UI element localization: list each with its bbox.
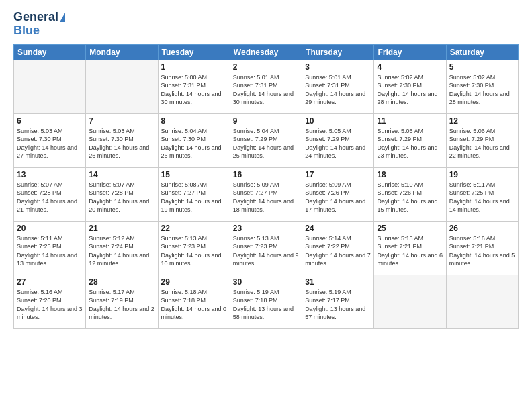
- day-number: 12: [449, 116, 515, 126]
- cell-text: Daylight: 13 hours and 57 minutes.: [305, 305, 371, 322]
- day-number: 15: [161, 170, 227, 179]
- calendar-cell: 15Sunrise: 5:08 AMSunset: 7:27 PMDayligh…: [158, 167, 230, 221]
- logo: General Blue: [13, 11, 65, 38]
- calendar-week-3: 13Sunrise: 5:07 AMSunset: 7:28 PMDayligh…: [14, 167, 519, 221]
- weekday-header-tuesday: Tuesday: [158, 44, 230, 60]
- calendar-cell: 14Sunrise: 5:07 AMSunset: 7:28 PMDayligh…: [86, 167, 158, 221]
- day-number: 28: [89, 277, 154, 287]
- calendar-cell: 16Sunrise: 5:09 AMSunset: 7:27 PMDayligh…: [230, 167, 302, 221]
- cell-text: Sunset: 7:18 PM: [233, 296, 299, 305]
- cell-text: Daylight: 14 hours and 19 minutes.: [161, 197, 227, 214]
- cell-text: Daylight: 14 hours and 7 minutes.: [305, 251, 371, 268]
- cell-text: Sunset: 7:18 PM: [161, 296, 227, 305]
- logo-blue: Blue: [13, 24, 40, 38]
- calendar-cell: 28Sunrise: 5:17 AMSunset: 7:19 PMDayligh…: [86, 275, 158, 328]
- cell-text: Sunset: 7:30 PM: [17, 135, 83, 144]
- day-number: 31: [305, 277, 371, 287]
- calendar-cell: 23Sunrise: 5:13 AMSunset: 7:23 PMDayligh…: [230, 221, 302, 275]
- cell-text: Sunset: 7:22 PM: [305, 242, 371, 251]
- cell-text: Sunset: 7:23 PM: [161, 242, 227, 251]
- cell-text: Sunrise: 5:02 AM: [377, 73, 443, 82]
- calendar-cell: [446, 275, 518, 328]
- day-number: 27: [17, 277, 83, 287]
- day-number: 2: [233, 62, 299, 72]
- weekday-header-sunday: Sunday: [14, 44, 86, 60]
- cell-text: Sunrise: 5:18 AM: [161, 288, 227, 297]
- cell-text: Sunset: 7:20 PM: [17, 296, 83, 305]
- day-number: 25: [377, 224, 443, 233]
- calendar-cell: 9Sunrise: 5:04 AMSunset: 7:29 PMDaylight…: [230, 113, 302, 167]
- day-number: 18: [377, 170, 443, 179]
- cell-text: Sunrise: 5:05 AM: [305, 127, 371, 136]
- cell-text: Daylight: 14 hours and 28 minutes.: [449, 90, 515, 107]
- cell-text: Sunset: 7:31 PM: [161, 81, 227, 90]
- weekday-header-wednesday: Wednesday: [230, 44, 302, 60]
- calendar-week-5: 27Sunrise: 5:16 AMSunset: 7:20 PMDayligh…: [14, 275, 519, 328]
- day-number: 10: [305, 116, 371, 126]
- cell-text: Daylight: 14 hours and 9 minutes.: [233, 251, 299, 268]
- cell-text: Daylight: 14 hours and 28 minutes.: [377, 90, 443, 107]
- cell-text: Sunset: 7:25 PM: [17, 242, 83, 251]
- cell-text: Sunrise: 5:03 AM: [17, 127, 83, 136]
- cell-text: Sunrise: 5:17 AM: [89, 288, 154, 297]
- cell-text: Daylight: 14 hours and 26 minutes.: [161, 144, 227, 161]
- cell-text: Sunset: 7:30 PM: [161, 135, 227, 144]
- cell-text: Sunrise: 5:13 AM: [161, 234, 227, 243]
- calendar-week-1: 1Sunrise: 5:00 AMSunset: 7:31 PMDaylight…: [14, 60, 519, 113]
- day-number: 20: [17, 224, 83, 233]
- calendar-cell: 18Sunrise: 5:10 AMSunset: 7:26 PMDayligh…: [374, 167, 446, 221]
- day-number: 19: [449, 170, 515, 179]
- cell-text: Sunset: 7:29 PM: [449, 135, 515, 144]
- day-number: 9: [233, 116, 299, 126]
- cell-text: Sunset: 7:30 PM: [377, 81, 443, 90]
- calendar-cell: [14, 60, 86, 113]
- day-number: 11: [377, 116, 443, 126]
- cell-text: Sunrise: 5:15 AM: [377, 234, 443, 243]
- cell-text: Daylight: 14 hours and 6 minutes.: [377, 251, 443, 268]
- day-number: 7: [89, 116, 154, 126]
- cell-text: Daylight: 14 hours and 15 minutes.: [377, 197, 443, 214]
- calendar-cell: 11Sunrise: 5:05 AMSunset: 7:29 PMDayligh…: [374, 113, 446, 167]
- day-number: 29: [161, 277, 227, 287]
- cell-text: Sunset: 7:26 PM: [377, 189, 443, 197]
- day-number: 4: [377, 62, 443, 72]
- cell-text: Sunrise: 5:09 AM: [233, 181, 299, 189]
- calendar-cell: 17Sunrise: 5:09 AMSunset: 7:26 PMDayligh…: [302, 167, 374, 221]
- cell-text: Sunset: 7:23 PM: [233, 242, 299, 251]
- day-number: 26: [449, 224, 515, 233]
- cell-text: Sunrise: 5:07 AM: [17, 181, 83, 189]
- day-number: 8: [161, 116, 227, 126]
- cell-text: Daylight: 14 hours and 21 minutes.: [17, 197, 83, 214]
- cell-text: Sunrise: 5:11 AM: [17, 234, 83, 243]
- day-number: 6: [17, 116, 83, 126]
- cell-text: Sunset: 7:24 PM: [89, 242, 154, 251]
- day-number: 1: [161, 62, 227, 72]
- cell-text: Sunrise: 5:16 AM: [17, 288, 83, 297]
- calendar-cell: [86, 60, 158, 113]
- cell-text: Sunset: 7:21 PM: [377, 242, 443, 251]
- cell-text: Sunset: 7:27 PM: [233, 189, 299, 197]
- header: General Blue: [13, 11, 519, 38]
- cell-text: Daylight: 14 hours and 2 minutes.: [89, 305, 154, 322]
- calendar-cell: 27Sunrise: 5:16 AMSunset: 7:20 PMDayligh…: [14, 275, 86, 328]
- calendar-cell: 5Sunrise: 5:02 AMSunset: 7:30 PMDaylight…: [446, 60, 518, 113]
- cell-text: Daylight: 14 hours and 5 minutes.: [449, 251, 515, 268]
- cell-text: Sunset: 7:30 PM: [449, 81, 515, 90]
- cell-text: Daylight: 14 hours and 0 minutes.: [161, 305, 227, 322]
- cell-text: Sunrise: 5:02 AM: [449, 73, 515, 82]
- calendar-header-row: SundayMondayTuesdayWednesdayThursdayFrid…: [14, 44, 519, 60]
- day-number: 24: [305, 224, 371, 233]
- day-number: 21: [89, 224, 154, 233]
- calendar-cell: 1Sunrise: 5:00 AMSunset: 7:31 PMDaylight…: [158, 60, 230, 113]
- calendar-cell: 20Sunrise: 5:11 AMSunset: 7:25 PMDayligh…: [14, 221, 86, 275]
- cell-text: Daylight: 13 hours and 58 minutes.: [233, 305, 299, 322]
- calendar-cell: 12Sunrise: 5:06 AMSunset: 7:29 PMDayligh…: [446, 113, 518, 167]
- day-number: 22: [161, 224, 227, 233]
- logo-triangle-icon: [60, 13, 65, 22]
- cell-text: Sunrise: 5:16 AM: [449, 234, 515, 243]
- cell-text: Sunrise: 5:19 AM: [305, 288, 371, 297]
- weekday-header-friday: Friday: [374, 44, 446, 60]
- cell-text: Sunrise: 5:07 AM: [89, 181, 154, 189]
- cell-text: Daylight: 14 hours and 24 minutes.: [305, 144, 371, 161]
- cell-text: Sunrise: 5:08 AM: [161, 181, 227, 189]
